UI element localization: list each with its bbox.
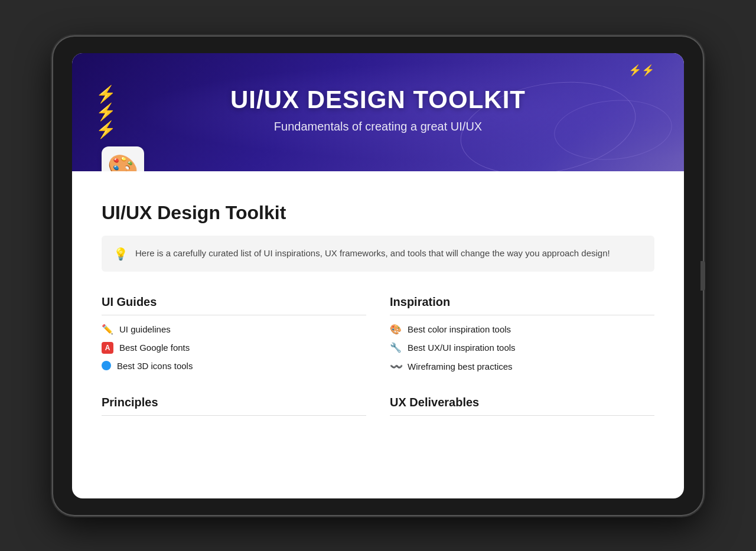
link-label: Best color inspiration tools <box>408 324 511 334</box>
ui-guides-list: ✏️ UI guidelines A Best Google fonts Bes… <box>102 324 366 371</box>
lightning-icon-1: ⚡ <box>96 86 116 103</box>
list-item[interactable]: Best 3D icons tools <box>102 361 366 371</box>
callout-icon: 💡 <box>113 247 128 261</box>
list-item[interactable]: A Best Google fonts <box>102 342 366 354</box>
ui-guides-heading: UI Guides <box>102 295 366 315</box>
palette-avatar: 🎨 <box>102 146 144 171</box>
lightning-left-group: ⚡ ⚡ ⚡ <box>96 86 116 138</box>
hero-subtitle: Fundamentals of creating a great UI/UX <box>274 120 482 133</box>
ux-deliverables-heading: UX Deliverables <box>390 396 654 416</box>
lightning-icon-3: ⚡ <box>96 122 116 138</box>
link-label: Best UX/UI inspiration tools <box>408 343 516 353</box>
wireframe-icon: 〰️ <box>390 360 402 373</box>
principles-heading: Principles <box>102 396 366 416</box>
link-label: UI guidelines <box>119 324 171 334</box>
tablet-screen: ⚡ ⚡ ⚡ ⚡⚡ UI/UX DESIGN TOOLKIT Fundamenta… <box>72 53 684 498</box>
inspiration-heading: Inspiration <box>390 295 654 315</box>
principles-section: Principles <box>102 391 366 416</box>
inspiration-section: Inspiration 🎨 Best color inspiration too… <box>390 291 654 373</box>
link-label: Best 3D icons tools <box>117 361 193 371</box>
palette-icon: 🎨 <box>390 324 402 335</box>
wrench-icon: 🔧 <box>390 342 402 353</box>
tablet-frame: ⚡ ⚡ ⚡ ⚡⚡ UI/UX DESIGN TOOLKIT Fundamenta… <box>53 37 703 515</box>
link-label: Best Google fonts <box>119 343 190 353</box>
content-area: UI/UX Design Toolkit 💡 Here is a careful… <box>72 171 684 498</box>
pencil-icon: ✏️ <box>102 324 113 335</box>
lightning-icon-right-1: ⚡⚡ <box>628 64 654 76</box>
callout-text: Here is a carefully curated list of UI i… <box>135 246 610 260</box>
inspiration-list: 🎨 Best color inspiration tools 🔧 Best UX… <box>390 324 654 373</box>
tablet-side-button <box>700 261 705 291</box>
list-item[interactable]: 🎨 Best color inspiration tools <box>390 324 654 335</box>
hero-banner: ⚡ ⚡ ⚡ ⚡⚡ UI/UX DESIGN TOOLKIT Fundamenta… <box>72 53 684 171</box>
list-item[interactable]: 〰️ Wireframing best practices <box>390 360 654 373</box>
google-fonts-icon: A <box>102 342 113 354</box>
blue-dot-icon <box>102 361 111 370</box>
callout-box: 💡 Here is a carefully curated list of UI… <box>102 236 654 272</box>
lightning-right-group: ⚡⚡ <box>628 65 654 76</box>
link-label: Wireframing best practices <box>408 361 513 371</box>
page-title: UI/UX Design Toolkit <box>102 202 654 224</box>
list-item[interactable]: ✏️ UI guidelines <box>102 324 366 335</box>
ux-deliverables-section: UX Deliverables <box>390 391 654 416</box>
content-columns: UI Guides ✏️ UI guidelines A Best Google… <box>102 291 654 416</box>
list-item[interactable]: 🔧 Best UX/UI inspiration tools <box>390 342 654 353</box>
hero-title: UI/UX DESIGN TOOLKIT <box>230 86 526 114</box>
lightning-icon-2: ⚡ <box>96 104 116 120</box>
ui-guides-section: UI Guides ✏️ UI guidelines A Best Google… <box>102 291 366 373</box>
